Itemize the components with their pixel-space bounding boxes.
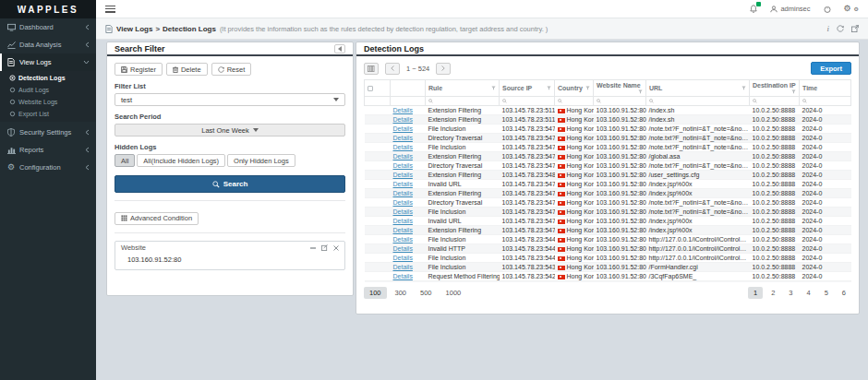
filter-funnel-icon[interactable] <box>585 86 590 90</box>
details-link[interactable]: Details <box>393 172 413 178</box>
hidden-logs-option-only[interactable]: Only Hidden Logs <box>227 154 295 167</box>
row-select-cell[interactable] <box>365 143 391 152</box>
row-select-cell[interactable] <box>365 244 391 254</box>
details-link[interactable]: Details <box>393 199 413 206</box>
prev-page-button[interactable] <box>385 63 400 75</box>
page-number-button[interactable]: 3 <box>783 287 798 299</box>
filter-funnel-icon[interactable] <box>547 86 551 90</box>
sidebar-item-website-logs[interactable]: Website Logs <box>0 96 96 108</box>
delete-button[interactable]: Delete <box>166 63 208 76</box>
row-select-cell[interactable] <box>365 208 391 217</box>
row-select-cell[interactable] <box>365 125 391 134</box>
row-select-cell[interactable] <box>365 281 391 283</box>
row-select-cell[interactable] <box>365 254 391 263</box>
filter-input-source-ip[interactable] <box>500 97 555 106</box>
row-select-cell[interactable] <box>365 235 391 244</box>
column-header-time[interactable]: Time <box>800 80 851 97</box>
page-number-button[interactable]: 2 <box>766 287 780 299</box>
row-select-cell[interactable] <box>365 180 391 189</box>
page-number-button[interactable]: 4 <box>801 287 815 299</box>
page-size-button[interactable]: 1000 <box>440 287 467 299</box>
notifications-button[interactable] <box>750 5 757 13</box>
column-header-country[interactable]: Country <box>555 80 594 97</box>
reset-button[interactable]: Reset <box>211 63 252 76</box>
filter-input-destination-ip[interactable] <box>750 97 800 106</box>
collapse-panel-button[interactable] <box>334 44 345 53</box>
hamburger-menu-icon[interactable] <box>105 6 115 13</box>
page-number-button[interactable]: 5 <box>819 287 834 299</box>
edit-icon[interactable] <box>321 244 328 251</box>
filter-input-website-name[interactable] <box>594 97 646 106</box>
row-select-cell[interactable] <box>365 198 391 208</box>
column-header-url[interactable]: URL <box>646 80 750 97</box>
settings-button[interactable]: ⚙⚙ <box>844 5 859 13</box>
open-in-new-icon[interactable] <box>851 25 859 32</box>
user-menu-button[interactable]: adminsec <box>770 5 810 13</box>
info-icon[interactable]: i <box>826 24 829 33</box>
details-link[interactable]: Details <box>393 181 413 187</box>
details-link[interactable]: Details <box>393 190 413 196</box>
details-link[interactable]: Details <box>393 144 413 150</box>
page-number-button[interactable]: 1 <box>748 287 763 299</box>
details-link[interactable]: Details <box>393 255 413 261</box>
details-link[interactable]: Details <box>393 264 413 270</box>
logout-button[interactable] <box>824 6 831 13</box>
search-period-button[interactable]: Last One Week <box>115 124 345 137</box>
page-size-button[interactable]: 100 <box>364 287 387 299</box>
filter-list-select[interactable]: test <box>115 93 345 106</box>
breadcrumb-section[interactable]: View Logs <box>116 25 152 33</box>
row-select-cell[interactable] <box>365 189 391 198</box>
row-select-cell[interactable] <box>365 134 391 143</box>
select-all-header[interactable] <box>365 80 391 97</box>
column-header-destination-ip[interactable]: Destination IP <box>750 80 800 97</box>
row-select-cell[interactable] <box>365 226 391 235</box>
sidebar-item-security-settings[interactable]: Security Settings <box>0 124 96 141</box>
filter-input-country[interactable] <box>555 97 594 106</box>
page-size-button[interactable]: 500 <box>415 287 438 299</box>
details-link[interactable]: Details <box>393 236 413 243</box>
refresh-icon[interactable] <box>837 25 844 32</box>
filter-funnel-icon[interactable] <box>491 86 496 90</box>
sidebar-item-configuration[interactable]: ⚙ Configuration <box>0 159 96 176</box>
details-link[interactable]: Details <box>393 227 413 233</box>
advanced-condition-button[interactable]: Advanced Condition <box>115 212 199 225</box>
sidebar-item-dashboard[interactable]: Dashboard <box>0 18 96 36</box>
sidebar-item-audit-logs[interactable]: Audit Logs <box>0 84 96 96</box>
row-select-cell[interactable] <box>365 152 391 161</box>
hidden-logs-option-all[interactable]: All <box>115 154 135 167</box>
sidebar-item-view-logs[interactable]: View Logs <box>0 53 96 71</box>
filter-input-rule[interactable] <box>426 97 500 106</box>
column-header-rule[interactable]: Rule <box>426 80 500 97</box>
close-icon[interactable] <box>333 245 339 251</box>
filter-input-url[interactable] <box>646 97 750 106</box>
details-link[interactable]: Details <box>393 218 413 224</box>
details-link[interactable]: Details <box>393 116 413 123</box>
details-link[interactable]: Details <box>393 273 413 279</box>
select-all-checkbox[interactable] <box>368 86 373 91</box>
page-number-button[interactable]: 6 <box>837 287 851 299</box>
details-link[interactable]: Details <box>393 153 413 160</box>
hidden-logs-option-include[interactable]: All(Include Hidden Logs) <box>137 154 225 167</box>
row-select-cell[interactable] <box>365 217 391 226</box>
filter-funnel-icon[interactable] <box>741 86 746 90</box>
sidebar-item-reports[interactable]: Reports <box>0 141 96 159</box>
minimize-icon[interactable] <box>310 247 316 249</box>
row-select-cell[interactable] <box>365 263 391 272</box>
details-link[interactable]: Details <box>393 245 413 252</box>
details-link[interactable]: Details <box>393 125 413 132</box>
filter-funnel-icon[interactable] <box>791 89 796 94</box>
register-button[interactable]: Register <box>115 63 163 76</box>
sidebar-item-export-list[interactable]: Export List <box>0 108 96 120</box>
page-size-button[interactable]: 300 <box>390 287 413 299</box>
details-link[interactable]: Details <box>393 162 413 169</box>
column-header-website-name[interactable]: Website Name <box>594 80 646 97</box>
sidebar-item-detection-logs[interactable]: Detection Logs <box>0 72 96 84</box>
details-link[interactable]: Details <box>393 107 413 113</box>
row-select-cell[interactable] <box>365 115 391 125</box>
filter-input-time[interactable] <box>800 97 851 106</box>
details-link[interactable]: Details <box>393 208 413 215</box>
sidebar-item-data-analysis[interactable]: Data Analysis <box>0 36 96 53</box>
filter-funnel-icon[interactable] <box>638 89 643 94</box>
row-select-cell[interactable] <box>365 272 391 281</box>
next-page-button[interactable] <box>436 63 451 75</box>
